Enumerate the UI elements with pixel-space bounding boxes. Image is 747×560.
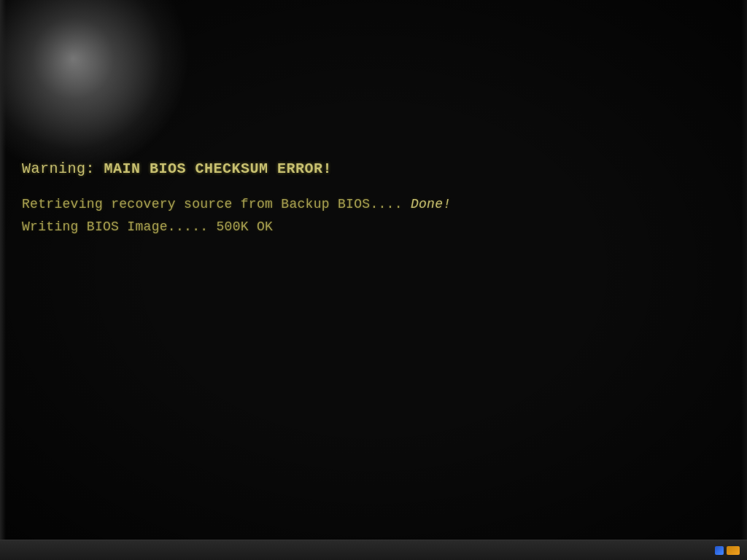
warning-label: Warning: (22, 160, 104, 177)
line1-keyword: recovery (111, 197, 176, 211)
info-line-1: Retrieving recovery source from Backup B… (22, 193, 451, 216)
monitor-bezel-bottom (0, 540, 747, 560)
monitor: Warning: MAIN BIOS CHECKSUM ERROR! Retri… (0, 0, 747, 560)
line1-suffix: source from Backup BIOS.... (176, 197, 411, 211)
screen-glare (0, 0, 190, 175)
bios-content: Warning: MAIN BIOS CHECKSUM ERROR! Retri… (22, 160, 451, 238)
info-line-2: Writing BIOS Image..... 500K OK (22, 216, 451, 238)
bezel-indicator-blue (715, 546, 724, 555)
screen-vignette (0, 0, 747, 540)
line1-done: Done! (411, 197, 452, 211)
bios-screen: Warning: MAIN BIOS CHECKSUM ERROR! Retri… (0, 0, 747, 540)
warning-line: Warning: MAIN BIOS CHECKSUM ERROR! (22, 160, 451, 177)
bezel-indicator-orange (727, 546, 740, 555)
warning-message: MAIN BIOS CHECKSUM ERROR! (104, 160, 333, 177)
line1-prefix: Retrieving (22, 197, 111, 211)
